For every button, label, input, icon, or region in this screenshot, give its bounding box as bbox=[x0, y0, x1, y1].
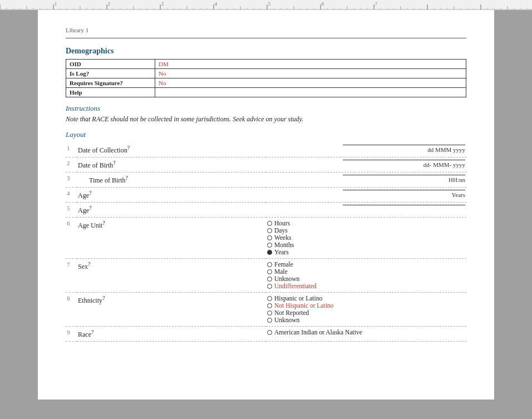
radio-circle bbox=[267, 262, 272, 267]
radio-list-8: Hispanic or Latino Not Hispanic or Latin… bbox=[267, 295, 465, 323]
svg-text:1: 1 bbox=[55, 2, 57, 7]
islog-label: Is Log? bbox=[66, 69, 155, 78]
library-header: Library 1 bbox=[66, 27, 466, 38]
list-item: Days bbox=[267, 227, 465, 234]
radio-circle bbox=[267, 269, 272, 274]
oid-label: OID bbox=[66, 60, 155, 69]
islog-value: No bbox=[155, 69, 466, 78]
radio-circle bbox=[267, 228, 272, 233]
list-item: Months bbox=[267, 241, 465, 248]
field-value-7: Female Male Unknown Undifferentiated bbox=[266, 259, 466, 293]
ruler: 1234567 bbox=[0, 0, 532, 10]
sig-label: Requires Signature? bbox=[66, 78, 155, 88]
years-label: Years bbox=[267, 191, 465, 198]
library-line bbox=[66, 38, 466, 38]
row-num-7: 7 bbox=[66, 259, 77, 293]
radio-circle bbox=[267, 243, 272, 248]
radio-circle bbox=[267, 235, 272, 240]
field-underline-3 bbox=[343, 175, 465, 175]
radio-circle bbox=[267, 221, 272, 226]
simple-line-5 bbox=[343, 205, 465, 205]
field-value-2: dd- MMM- yyyy bbox=[266, 157, 466, 172]
page-container: Library 1 Demographics OID DM Is Log? No… bbox=[0, 10, 532, 419]
table-row: Requires Signature? No bbox=[66, 78, 466, 88]
row-num-5: 5 bbox=[66, 203, 77, 218]
list-item: Unknown bbox=[267, 275, 465, 282]
row-num-1: 1 bbox=[66, 142, 77, 157]
field-hint-1: dd MMM yyyy bbox=[267, 146, 465, 153]
field-label-6: Age Unit? bbox=[77, 218, 266, 259]
row-num-4: 4 bbox=[66, 188, 77, 203]
oid-value: DM bbox=[155, 60, 466, 69]
row-num-6: 6 bbox=[66, 218, 77, 259]
radio-circle bbox=[267, 330, 272, 335]
list-item: Not Hispanic or Latino bbox=[267, 302, 465, 309]
table-row: 8 Ethnicity? Hispanic or Latino Not Hisp… bbox=[66, 293, 466, 327]
table-row: 7 Sex? Female Male Unknown Undifferentia… bbox=[66, 259, 466, 293]
info-table: OID DM Is Log? No Requires Signature? No… bbox=[66, 59, 466, 97]
field-label-2: Date of Birth? bbox=[77, 157, 266, 172]
list-item: Hispanic or Latino bbox=[267, 295, 465, 302]
field-label-4: Age? bbox=[77, 188, 266, 203]
page: Library 1 Demographics OID DM Is Log? No… bbox=[38, 10, 494, 400]
field-underline-1 bbox=[343, 145, 465, 145]
field-label-9: Race? bbox=[77, 327, 266, 342]
svg-rect-0 bbox=[0, 0, 532, 10]
row-num-8: 8 bbox=[66, 293, 77, 327]
table-row: OID DM bbox=[66, 60, 466, 69]
list-item: Female bbox=[267, 261, 465, 268]
sig-value: No bbox=[155, 78, 466, 88]
library-title: Library 1 bbox=[66, 27, 466, 33]
list-item: Hours bbox=[267, 220, 465, 226]
layout-table: 1 Date of Collection? dd MMM yyyy 2 Date… bbox=[66, 142, 466, 342]
radio-list-6: Hours Days Weeks Months Years bbox=[267, 220, 465, 255]
field-value-5 bbox=[266, 203, 466, 218]
field-underline-2 bbox=[343, 160, 465, 160]
row-num-9: 9 bbox=[66, 327, 77, 342]
radio-list-9: American Indian or Alaska Native bbox=[267, 329, 465, 336]
radio-circle bbox=[267, 318, 272, 323]
list-item: Unknown bbox=[267, 317, 465, 323]
section-title: Demographics bbox=[66, 47, 466, 56]
field-value-3: HH:nn bbox=[266, 172, 466, 188]
radio-circle bbox=[267, 296, 272, 301]
field-value-9: American Indian or Alaska Native bbox=[266, 327, 466, 342]
table-row: 5 Age? bbox=[66, 203, 466, 218]
list-item: Male bbox=[267, 268, 465, 275]
table-row: 1 Date of Collection? dd MMM yyyy bbox=[66, 142, 466, 157]
field-value-6: Hours Days Weeks Months Years bbox=[266, 218, 466, 259]
help-label: Help bbox=[66, 88, 155, 97]
field-label-3: Time of Birth? bbox=[77, 172, 266, 188]
radio-list-7: Female Male Unknown Undifferentiated bbox=[267, 261, 465, 289]
row-num-3: 3 bbox=[66, 172, 77, 188]
years-line bbox=[343, 190, 465, 190]
svg-text:3: 3 bbox=[161, 2, 164, 7]
radio-circle bbox=[267, 303, 272, 308]
help-value bbox=[155, 88, 466, 97]
list-item: Weeks bbox=[267, 234, 465, 241]
list-item: American Indian or Alaska Native bbox=[267, 329, 465, 336]
svg-text:6: 6 bbox=[322, 2, 324, 7]
svg-text:2: 2 bbox=[108, 2, 110, 7]
table-row: 2 Date of Birth? dd- MMM- yyyy bbox=[66, 157, 466, 172]
table-row: 6 Age Unit? Hours Days Weeks Months Year… bbox=[66, 218, 466, 259]
field-hint-3: HH:nn bbox=[267, 176, 465, 183]
radio-circle bbox=[267, 277, 272, 282]
svg-text:7: 7 bbox=[375, 2, 377, 7]
radio-circle bbox=[267, 310, 272, 316]
table-row: 3 Time of Birth? HH:nn bbox=[66, 172, 466, 188]
list-item: Years bbox=[267, 249, 465, 255]
radio-circle bbox=[267, 284, 272, 289]
field-hint-2: dd- MMM- yyyy bbox=[267, 161, 465, 168]
field-value-4: Years bbox=[266, 188, 466, 203]
instructions-title: Instructions bbox=[66, 104, 466, 113]
field-value-8: Hispanic or Latino Not Hispanic or Latin… bbox=[266, 293, 466, 327]
list-item: Not Reported bbox=[267, 309, 465, 316]
radio-circle-filled bbox=[267, 250, 272, 255]
table-row: Help bbox=[66, 88, 466, 97]
table-row: Is Log? No bbox=[66, 69, 466, 78]
row-num-2: 2 bbox=[66, 157, 77, 172]
table-row: 4 Age? Years bbox=[66, 188, 466, 203]
field-label-8: Ethnicity? bbox=[77, 293, 266, 327]
table-row: 9 Race? American Indian or Alaska Native bbox=[66, 327, 466, 342]
